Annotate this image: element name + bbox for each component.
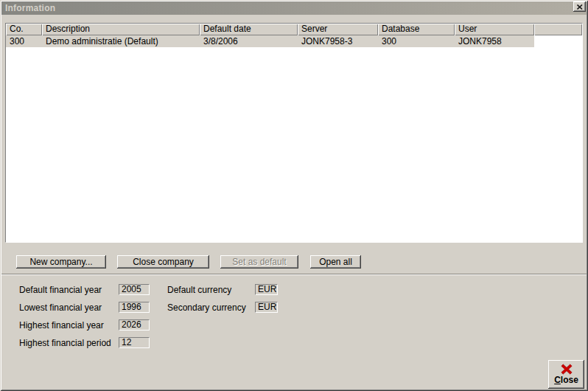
highest-financial-year-field[interactable]: 2026 <box>119 319 150 331</box>
column-header-co[interactable]: Co. <box>6 24 42 35</box>
cell-database: 300 <box>378 35 455 47</box>
secondary-currency-field[interactable]: EUR <box>255 302 278 313</box>
highest-financial-year-label: Highest financial year <box>19 320 104 331</box>
close-company-button[interactable]: Close company <box>117 255 209 269</box>
cell-co: 300 <box>6 35 42 47</box>
window-title: Information <box>5 3 55 13</box>
column-header-server[interactable]: Server <box>298 24 378 35</box>
open-all-button[interactable]: Open all <box>310 255 361 269</box>
table-row[interactable]: 300 Demo administratie (Default) 3/8/200… <box>6 35 582 47</box>
column-header-default-date[interactable]: Default date <box>200 24 298 35</box>
lowest-financial-year-field[interactable]: 1996 <box>119 302 150 313</box>
column-header-database[interactable]: Database <box>378 24 455 35</box>
column-header-filler <box>534 24 582 35</box>
information-dialog: Information Co. Description Default date… <box>0 0 588 391</box>
red-cross-icon <box>561 364 573 375</box>
lowest-financial-year-label: Lowest financial year <box>19 302 102 314</box>
cell-server: JONK7958-3 <box>298 35 378 47</box>
cell-description: Demo administratie (Default) <box>42 35 200 47</box>
close-icon <box>577 4 583 10</box>
title-bar[interactable]: Information <box>1 1 587 15</box>
cell-user: JONK7958 <box>455 35 534 47</box>
cell-default-date: 3/8/2006 <box>200 35 298 47</box>
column-header-user[interactable]: User <box>455 24 534 35</box>
new-company-button[interactable]: New company... <box>16 255 106 269</box>
window-close-button[interactable] <box>573 1 586 12</box>
separator <box>1 274 587 275</box>
secondary-currency-label: Secondary currency <box>167 302 246 314</box>
cell-filler <box>534 35 582 47</box>
default-currency-label: Default currency <box>167 285 231 296</box>
close-dialog-button[interactable]: Close <box>548 360 584 389</box>
default-financial-year-label: Default financial year <box>19 285 102 296</box>
default-financial-year-field[interactable]: 2005 <box>119 284 150 295</box>
close-button-label: Close <box>554 375 578 385</box>
highest-financial-period-label: Highest financial period <box>19 338 111 349</box>
set-as-default-button[interactable]: Set as default <box>220 255 298 269</box>
default-currency-field[interactable]: EUR <box>255 284 278 295</box>
column-header-description[interactable]: Description <box>42 24 200 35</box>
company-list: Co. Description Default date Server Data… <box>5 23 583 243</box>
highest-financial-period-field[interactable]: 12 <box>119 337 150 348</box>
list-header: Co. Description Default date Server Data… <box>6 24 582 35</box>
